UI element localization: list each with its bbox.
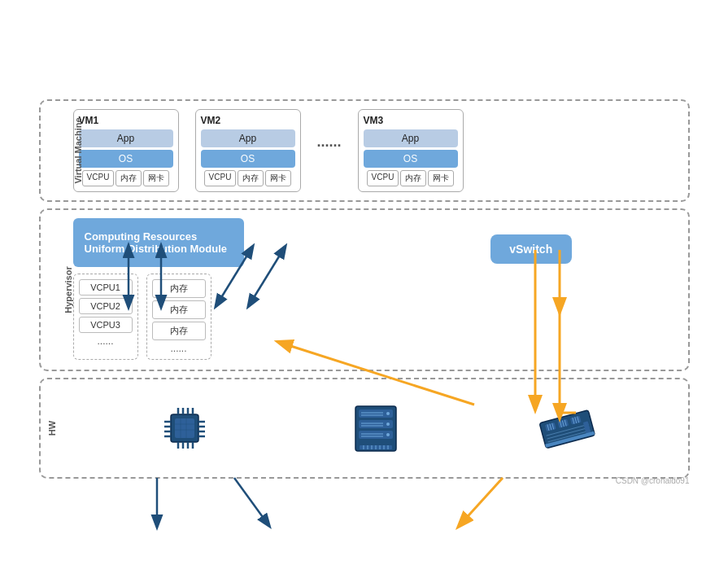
hypervisor-layer: Hypervisor Computing Resources Uniform D… (39, 208, 690, 371)
vm2-hw-row: VCPU 内存 网卡 (201, 170, 295, 186)
svg-point-28 (386, 433, 390, 436)
vm2-nic: 网卡 (265, 170, 291, 186)
vm-layer-label: Virtual Machine (72, 117, 82, 183)
mem2: 内存 (152, 300, 206, 319)
vm3-vcpu: VCPU (367, 170, 399, 186)
hypervisor-resources: VCPU1 VCPU2 VCPU3 ...... 内存 内存 内存 ...... (73, 274, 371, 360)
mem-dots: ...... (152, 343, 206, 354)
vcpu-col: VCPU1 VCPU2 VCPU3 ...... (73, 274, 138, 360)
svg-point-26 (386, 412, 390, 415)
vcpu-dots: ...... (79, 335, 133, 347)
vswitch-box: vSwitch (490, 234, 572, 264)
vm1-vcpu: VCPU (82, 170, 115, 186)
vm-row: VM1 App OS VCPU 内存 网卡 VM2 App OS VCPU (73, 109, 680, 192)
cpu-icon (152, 396, 217, 461)
vm1-title: VM1 (79, 115, 173, 126)
vm3-box: VM3 App OS VCPU 内存 网卡 (358, 109, 464, 192)
hw-layer: HW (39, 378, 690, 479)
hypervisor-left: Computing Resources Uniform Distribution… (73, 218, 371, 360)
memory-controller-icon (343, 396, 408, 461)
vm1-box: VM1 App OS VCPU 内存 网卡 (73, 109, 179, 192)
svg-rect-1 (175, 418, 194, 438)
hypervisor-content: Computing Resources Uniform Distribution… (73, 218, 680, 360)
vm1-hw-row: VCPU 内存 网卡 (79, 170, 173, 186)
hw-layer-label: HW (47, 421, 57, 436)
vm2-vcpu: VCPU (204, 170, 237, 186)
vm3-mem: 内存 (400, 170, 426, 186)
vm3-hw-row: VCPU 内存 网卡 (364, 170, 458, 186)
vm1-os: OS (79, 150, 173, 168)
vm-layer: Virtual Machine VM1 App OS VCPU 内存 网卡 VM… (39, 99, 690, 202)
vm-ellipsis: ...... (317, 109, 342, 151)
diagram-wrapper: Virtual Machine VM1 App OS VCPU 内存 网卡 VM… (31, 91, 698, 487)
vm3-title: VM3 (364, 115, 458, 126)
memory-col: 内存 内存 内存 ...... (146, 274, 211, 360)
vm2-box: VM2 App OS VCPU 内存 网卡 (195, 109, 301, 192)
vm3-nic: 网卡 (428, 170, 454, 186)
vm3-app: App (364, 129, 458, 147)
vcpu3: VCPU3 (79, 317, 133, 333)
network-card-icon (535, 396, 600, 461)
vm2-title: VM2 (201, 115, 295, 126)
vm2-os: OS (201, 150, 295, 168)
vm2-app: App (201, 129, 295, 147)
mem3: 内存 (152, 322, 206, 340)
vm3-os: OS (364, 150, 458, 168)
vm1-app: App (79, 129, 173, 147)
watermark: CSDN @cronaldo91 (616, 476, 690, 485)
hw-content (73, 388, 680, 469)
svg-point-27 (386, 423, 390, 426)
vm1-mem: 内存 (116, 170, 142, 186)
diagram-container: Virtual Machine VM1 App OS VCPU 内存 网卡 VM… (31, 91, 698, 487)
hypervisor-layer-label: Hypervisor (63, 266, 72, 313)
crud-module: Computing Resources Uniform Distribution… (73, 218, 244, 267)
vcpu2: VCPU2 (79, 298, 133, 314)
vm1-nic: 网卡 (143, 170, 169, 186)
mem1: 内存 (152, 279, 206, 298)
vcpu1: VCPU1 (79, 279, 133, 296)
vm2-mem: 内存 (238, 170, 264, 186)
